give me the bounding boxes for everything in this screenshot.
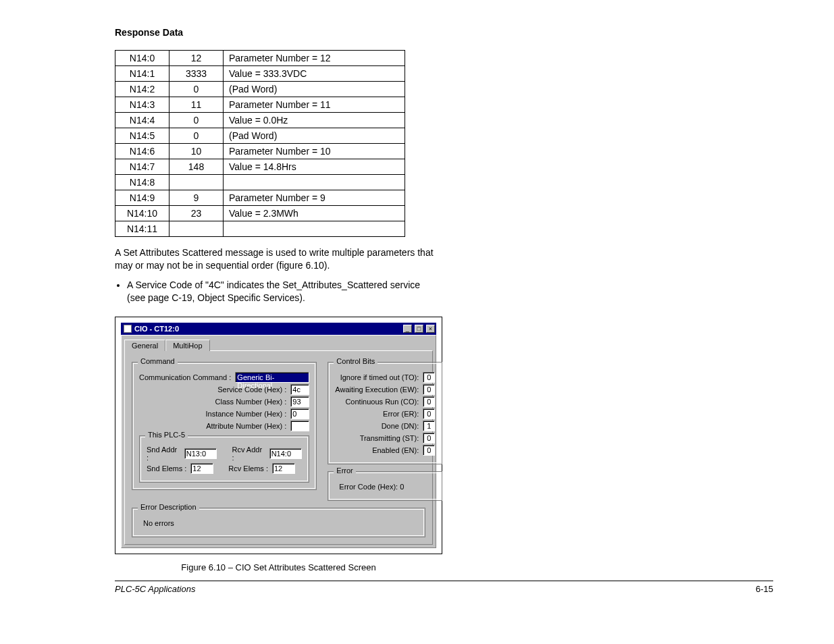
table-cell: Value = 333.3VDC bbox=[224, 66, 405, 82]
en-label: Enabled (EN): bbox=[372, 446, 419, 454]
table-row: N14:11 bbox=[115, 221, 405, 237]
co-label: Continuous Run (CO): bbox=[345, 398, 419, 406]
table-cell: Value = 2.3MWh bbox=[224, 206, 405, 221]
instance-number-input[interactable]: 0 bbox=[290, 408, 309, 419]
section-title: Response Data bbox=[115, 27, 773, 38]
error-description-text: No errors bbox=[139, 516, 418, 530]
dn-input[interactable]: 1 bbox=[423, 421, 435, 431]
table-cell: N14:9 bbox=[115, 190, 170, 206]
service-code-input[interactable]: 4c bbox=[290, 384, 309, 395]
comm-cmd-input[interactable]: Generic Bi-Directional bbox=[235, 372, 309, 383]
table-cell: 11 bbox=[170, 97, 224, 113]
table-cell: N14:1 bbox=[115, 66, 170, 82]
snd-addr-label: Snd Addr : bbox=[147, 446, 180, 462]
table-cell bbox=[170, 175, 224, 190]
er-label: Error (ER): bbox=[383, 410, 419, 418]
table-row: N14:012Parameter Number = 12 bbox=[115, 51, 405, 66]
control-bits-group: Control Bits Ignore if timed out (TO):0 … bbox=[328, 362, 442, 464]
attribute-number-input[interactable] bbox=[290, 421, 309, 431]
rcv-elems-label: Rcv Elems : bbox=[228, 464, 268, 473]
screenshot-frame: CIO - CT12:0 _ □ × General MultiHop Comm… bbox=[115, 317, 442, 554]
window-titlebar: CIO - CT12:0 _ □ × bbox=[121, 323, 436, 335]
dialog-body: General MultiHop Command Communication C… bbox=[121, 335, 436, 548]
table-row: N14:13333Value = 333.3VDC bbox=[115, 66, 405, 82]
footer-left: PLC-5C Applications bbox=[115, 584, 195, 594]
table-cell: Parameter Number = 10 bbox=[224, 144, 405, 159]
table-cell: N14:6 bbox=[115, 144, 170, 159]
table-cell: 12 bbox=[170, 51, 224, 66]
table-cell: 0 bbox=[170, 113, 224, 128]
tab-general[interactable]: General bbox=[124, 340, 165, 351]
rcv-addr-label: Rcv Addr : bbox=[232, 446, 265, 462]
table-row: N14:40Value = 0.0Hz bbox=[115, 113, 405, 128]
snd-elems-input[interactable]: 12 bbox=[190, 463, 213, 474]
to-input[interactable]: 0 bbox=[423, 372, 435, 383]
snd-addr-input[interactable]: N13:0 bbox=[184, 448, 217, 459]
page-footer: PLC-5C Applications 6-15 bbox=[115, 581, 773, 594]
en-input[interactable]: 0 bbox=[423, 445, 435, 456]
class-number-label: Class Number (Hex) : bbox=[215, 398, 287, 406]
figure-caption: Figure 6.10 – CIO Set Attributes Scatter… bbox=[115, 562, 442, 572]
table-cell: 3333 bbox=[170, 66, 224, 82]
table-cell: Value = 14.8Hrs bbox=[224, 159, 405, 175]
table-cell bbox=[224, 175, 405, 190]
table-cell: 9 bbox=[170, 190, 224, 206]
table-cell: N14:11 bbox=[115, 221, 170, 237]
table-cell: N14:7 bbox=[115, 159, 170, 175]
error-group: Error Error Code (Hex): 0 bbox=[328, 471, 442, 501]
comm-cmd-label: Communication Command : bbox=[139, 373, 231, 381]
minimize-icon[interactable]: _ bbox=[403, 325, 412, 333]
st-input[interactable]: 0 bbox=[423, 433, 435, 444]
paragraph: A Set Attributes Scattered message is us… bbox=[115, 246, 439, 272]
snd-elems-label: Snd Elems : bbox=[147, 464, 186, 473]
table-cell: N14:5 bbox=[115, 128, 170, 144]
error-code-text: Error Code (Hex): 0 bbox=[335, 480, 435, 493]
table-cell: N14:3 bbox=[115, 97, 170, 113]
command-group: Command Communication Command : Generic … bbox=[132, 362, 317, 490]
table-cell: 23 bbox=[170, 206, 224, 221]
control-bits-legend: Control Bits bbox=[334, 357, 377, 365]
error-legend: Error bbox=[334, 466, 355, 475]
table-row: N14:50(Pad Word) bbox=[115, 128, 405, 144]
tab-multihop[interactable]: MultiHop bbox=[165, 340, 209, 351]
table-row: N14:610Parameter Number = 10 bbox=[115, 144, 405, 159]
service-code-label: Service Code (Hex) : bbox=[217, 385, 286, 394]
table-cell: 10 bbox=[170, 144, 224, 159]
attribute-number-label: Attribute Number (Hex) : bbox=[206, 422, 286, 430]
table-cell: 148 bbox=[170, 159, 224, 175]
table-cell: N14:10 bbox=[115, 206, 170, 221]
close-icon[interactable]: × bbox=[426, 325, 435, 333]
error-description-group: Error Description No errors bbox=[132, 508, 425, 537]
error-description-legend: Error Description bbox=[138, 503, 199, 511]
st-label: Transmitting (ST): bbox=[360, 434, 419, 442]
table-row: N14:8 bbox=[115, 175, 405, 190]
plc5-group: This PLC-5 Snd Addr : N13:0 Rcv Addr : N… bbox=[139, 435, 309, 483]
footer-page-number: 6-15 bbox=[756, 584, 773, 594]
ew-label: Awaiting Execution (EW): bbox=[335, 385, 419, 394]
table-cell: (Pad Word) bbox=[224, 128, 405, 144]
rcv-elems-input[interactable]: 12 bbox=[272, 463, 295, 474]
table-cell: Parameter Number = 11 bbox=[224, 97, 405, 113]
table-cell: 0 bbox=[170, 128, 224, 144]
table-cell: N14:8 bbox=[115, 175, 170, 190]
tab-bar: General MultiHop bbox=[124, 340, 433, 351]
bullet-list: A Service Code of "4C" indicates the Set… bbox=[115, 279, 439, 304]
table-cell bbox=[170, 221, 224, 237]
table-cell: Parameter Number = 12 bbox=[224, 51, 405, 66]
maximize-icon[interactable]: □ bbox=[415, 325, 423, 333]
table-cell: 0 bbox=[170, 82, 224, 97]
class-number-input[interactable]: 93 bbox=[290, 396, 309, 407]
co-input[interactable]: 0 bbox=[423, 396, 435, 407]
er-input[interactable]: 0 bbox=[423, 408, 435, 419]
window-title: CIO - CT12:0 bbox=[134, 325, 179, 333]
ew-input[interactable]: 0 bbox=[423, 384, 435, 395]
rcv-addr-input[interactable]: N14:0 bbox=[269, 448, 303, 459]
table-cell: Parameter Number = 9 bbox=[224, 190, 405, 206]
table-cell: N14:2 bbox=[115, 82, 170, 97]
table-row: N14:20(Pad Word) bbox=[115, 82, 405, 97]
table-cell bbox=[224, 221, 405, 237]
table-cell: N14:0 bbox=[115, 51, 170, 66]
table-row: N14:7148Value = 14.8Hrs bbox=[115, 159, 405, 175]
plc5-legend: This PLC-5 bbox=[145, 431, 188, 439]
table-cell: (Pad Word) bbox=[224, 82, 405, 97]
